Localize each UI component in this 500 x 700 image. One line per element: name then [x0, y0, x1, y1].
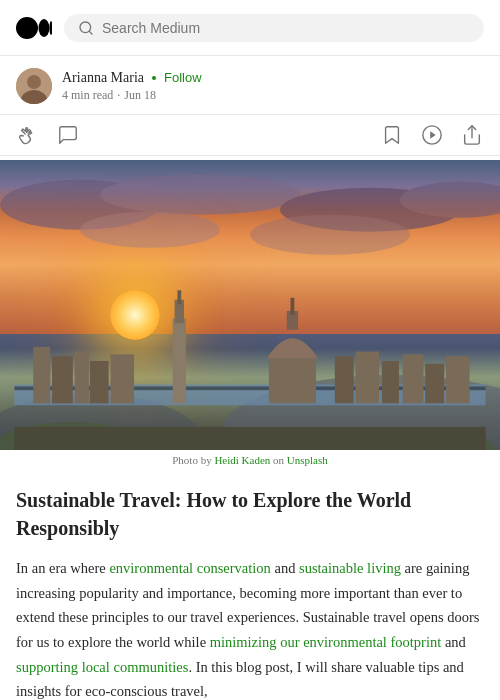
photo-credit-connector: on	[273, 454, 284, 466]
search-input[interactable]	[102, 20, 470, 36]
env-conservation-link[interactable]: environmental conservation	[109, 560, 270, 576]
medium-logo[interactable]	[16, 17, 52, 39]
svg-point-40	[250, 215, 410, 255]
dot-separator: ·	[117, 88, 120, 103]
svg-rect-19	[111, 354, 135, 403]
read-time: 4 min read	[62, 88, 113, 103]
svg-point-39	[80, 212, 220, 248]
svg-rect-23	[269, 356, 316, 403]
svg-rect-18	[90, 360, 109, 402]
author-name: Arianna Maria	[62, 70, 144, 86]
hero-image	[0, 160, 500, 450]
action-right	[380, 123, 484, 147]
article-body: In an era where environmental conservati…	[16, 556, 484, 700]
svg-rect-15	[33, 346, 50, 403]
author-name-row: Arianna Maria Follow	[62, 70, 202, 86]
svg-rect-26	[335, 356, 354, 403]
header	[0, 0, 500, 56]
svg-rect-30	[425, 363, 444, 403]
bookmark-icon[interactable]	[380, 123, 404, 147]
svg-point-2	[50, 21, 53, 35]
photo-credit: Photo by Heidi Kaden on Unsplash	[0, 450, 500, 474]
photographer-link[interactable]: Heidi Kaden	[214, 454, 270, 466]
article-title: Sustainable Travel: How to Explore the W…	[16, 486, 484, 542]
author-details: 4 min read · Jun 18	[62, 88, 202, 103]
svg-point-1	[39, 19, 50, 37]
svg-rect-27	[356, 351, 380, 403]
comment-icon[interactable]	[56, 123, 80, 147]
svg-rect-28	[382, 360, 399, 402]
svg-point-0	[16, 17, 38, 39]
author-row: Arianna Maria Follow 4 min read · Jun 18	[0, 56, 500, 110]
article-content: Sustainable Travel: How to Explore the W…	[0, 474, 500, 700]
local-communities-link[interactable]: supporting local communities	[16, 659, 188, 675]
follow-separator	[152, 76, 156, 80]
clap-icon[interactable]	[16, 123, 40, 147]
svg-line-4	[89, 31, 92, 34]
listen-icon[interactable]	[420, 123, 444, 147]
follow-button[interactable]: Follow	[164, 70, 202, 85]
svg-rect-16	[52, 356, 73, 403]
svg-rect-29	[403, 354, 424, 403]
share-icon[interactable]	[460, 123, 484, 147]
avatar	[16, 68, 52, 104]
action-left	[16, 123, 80, 147]
photo-credit-prefix: Photo by	[172, 454, 211, 466]
svg-rect-17	[75, 351, 89, 403]
svg-point-36	[100, 175, 300, 215]
search-icon	[78, 20, 94, 36]
svg-point-6	[27, 75, 41, 89]
search-bar[interactable]	[64, 14, 484, 42]
svg-marker-9	[430, 131, 436, 138]
svg-rect-20	[173, 318, 186, 403]
svg-rect-34	[14, 426, 485, 450]
minimizing-link[interactable]: minimizing our environmental footprint	[210, 634, 442, 650]
unsplash-link[interactable]: Unsplash	[287, 454, 328, 466]
sustainable-living-link[interactable]: sustainable living	[299, 560, 401, 576]
action-bar	[0, 114, 500, 156]
publish-date: Jun 18	[124, 88, 156, 103]
svg-rect-31	[446, 356, 470, 403]
author-meta: Arianna Maria Follow 4 min read · Jun 18	[62, 70, 202, 103]
